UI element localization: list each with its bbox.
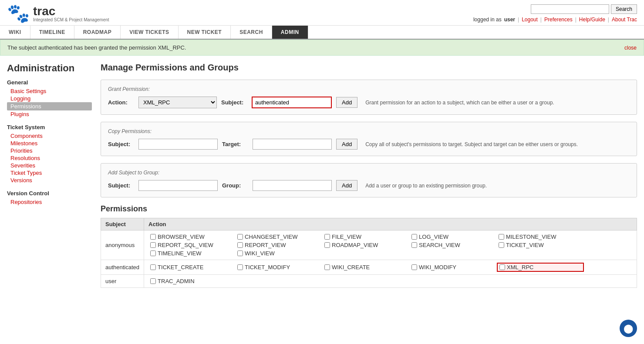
- action-checkbox-ticket_modify[interactable]: [237, 264, 243, 270]
- subject-cell: anonymous: [101, 230, 144, 260]
- action-checkbox-trac_admin[interactable]: [150, 278, 156, 284]
- action-checkbox-log_view[interactable]: [411, 234, 417, 240]
- username: user: [504, 17, 515, 23]
- grant-add-button[interactable]: Add: [336, 97, 357, 108]
- sidebar-item-priorities[interactable]: Priorities: [7, 147, 92, 154]
- nav-item-roadmap[interactable]: ROADMAP: [74, 26, 121, 39]
- action-label: TICKET_VIEW: [506, 242, 544, 248]
- copy-add-button[interactable]: Add: [336, 139, 357, 150]
- action-checkbox-xml_rpc[interactable]: [499, 264, 505, 270]
- action-cell: TRAC_ADMIN: [144, 275, 637, 288]
- sidebar-item-basic-settings[interactable]: Basic Settings: [7, 87, 92, 95]
- group-add-button[interactable]: Add: [336, 180, 357, 191]
- brand-text: trac Integrated SCM & Project Management: [33, 5, 109, 22]
- action-checkbox-wiki_create[interactable]: [324, 264, 330, 270]
- nav-item-search[interactable]: SEARCH: [231, 26, 272, 39]
- action-checkbox-browser_view[interactable]: [150, 234, 156, 240]
- copy-target-label: Target:: [222, 141, 248, 147]
- sidebar: Administration GeneralBasic SettingsLogg…: [7, 63, 92, 288]
- sidebar-group-title: Ticket System: [7, 124, 92, 130]
- subject-cell: authenticated: [101, 260, 144, 275]
- col-subject: Subject: [101, 218, 144, 230]
- action-item: TICKET_VIEW: [497, 241, 584, 249]
- action-item: ROADMAP_VIEW: [323, 241, 410, 249]
- sidebar-title: Administration: [7, 63, 92, 74]
- grant-action-select[interactable]: BROWSER_VIEWCHANGESET_VIEWFILE_VIEWLOG_V…: [138, 97, 217, 108]
- grant-subject-input[interactable]: [252, 97, 332, 108]
- nav-item-timeline[interactable]: TIMELINE: [30, 26, 74, 39]
- search-button[interactable]: Search: [611, 4, 637, 14]
- sidebar-item-logging[interactable]: Logging: [7, 95, 92, 102]
- action-checkbox-wiki_view[interactable]: [237, 250, 243, 256]
- sidebar-item-permissions[interactable]: Permissions: [7, 102, 92, 110]
- search-input[interactable]: [531, 4, 609, 14]
- copy-subject-input[interactable]: [138, 139, 218, 150]
- action-item: TICKET_CREATE: [148, 263, 236, 272]
- action-label: MILESTONE_VIEW: [506, 234, 556, 240]
- grant-hint: Grant permission for an action to a subj…: [365, 100, 554, 106]
- sidebar-item-severities[interactable]: Severities: [7, 162, 92, 169]
- add-subject-section: Add Subject to Group: Subject: Group: Ad…: [101, 163, 637, 197]
- logout-link[interactable]: Logout: [522, 17, 538, 23]
- nav-item-view-tickets[interactable]: VIEW TICKETS: [121, 26, 178, 39]
- action-item: MILESTONE_VIEW: [497, 233, 584, 240]
- sidebar-group: Ticket SystemComponentsMilestonesPriorit…: [7, 124, 92, 184]
- action-label: TRAC_ADMIN: [158, 278, 195, 284]
- action-item: WIKI_CREATE: [323, 263, 410, 272]
- flash-close[interactable]: close: [624, 45, 637, 51]
- action-checkbox-file_view[interactable]: [324, 234, 330, 240]
- sidebar-group-title: General: [7, 79, 92, 86]
- action-item: LOG_VIEW: [410, 233, 497, 240]
- nav-item-new-ticket[interactable]: NEW TICKET: [179, 26, 231, 39]
- action-checkbox-search_view[interactable]: [411, 242, 417, 248]
- nav-item-admin[interactable]: ADMIN: [272, 26, 308, 39]
- help-link[interactable]: Help/Guide: [579, 17, 605, 23]
- group-subject-input[interactable]: [138, 180, 218, 191]
- action-label: BROWSER_VIEW: [158, 234, 205, 240]
- action-label: REPORT_VIEW: [245, 242, 286, 248]
- action-label: XML_RPC: [507, 264, 533, 271]
- sidebar-item-ticket-types[interactable]: Ticket Types: [7, 169, 92, 177]
- action-label: LOG_VIEW: [419, 234, 448, 240]
- sidebar-item-resolutions[interactable]: Resolutions: [7, 154, 92, 162]
- action-item: BROWSER_VIEW: [148, 233, 236, 240]
- action-checkbox-ticket_view[interactable]: [499, 242, 504, 248]
- sidebar-item-milestones[interactable]: Milestones: [7, 140, 92, 147]
- grant-legend: Grant Permission:: [108, 86, 630, 92]
- sidebar-item-components[interactable]: Components: [7, 132, 92, 140]
- group-subject-label: Subject:: [108, 182, 134, 189]
- action-item: FILE_VIEW: [323, 233, 410, 240]
- action-checkbox-roadmap_view[interactable]: [324, 242, 330, 248]
- preferences-link[interactable]: Preferences: [544, 17, 573, 23]
- about-link[interactable]: About Trac: [612, 17, 637, 23]
- action-checkbox-changeset_view[interactable]: [237, 234, 243, 240]
- action-checkbox-wiki_modify[interactable]: [411, 264, 417, 270]
- group-group-label: Group:: [222, 182, 248, 189]
- group-legend: Add Subject to Group:: [108, 170, 630, 176]
- permissions-title: Permissions: [101, 204, 637, 214]
- action-label: WIKI_MODIFY: [419, 264, 456, 271]
- nav-item-wiki[interactable]: WIKI: [0, 26, 30, 39]
- action-item: TIMELINE_VIEW: [148, 250, 236, 257]
- sidebar-item-plugins[interactable]: Plugins: [7, 110, 92, 118]
- action-label: REPORT_SQL_VIEW: [158, 242, 213, 248]
- action-item: WIKI_MODIFY: [410, 263, 497, 272]
- sidebar-item-repositories[interactable]: Repositories: [7, 198, 92, 206]
- action-checkbox-ticket_create[interactable]: [150, 264, 156, 270]
- copy-permissions-section: Copy Permissions: Subject: Target: Add C…: [101, 122, 637, 156]
- action-item: REPORT_VIEW: [236, 241, 323, 249]
- action-checkbox-timeline_view[interactable]: [150, 250, 156, 256]
- action-item: TRAC_ADMIN: [148, 277, 236, 285]
- brand-name: trac: [33, 5, 109, 17]
- permissions-table: Subject Action anonymousBROWSER_VIEWCHAN…: [101, 218, 637, 288]
- flash-message: The subject authenticated has been grant…: [0, 40, 644, 56]
- group-group-input[interactable]: [253, 180, 332, 191]
- action-checkbox-report_sql_view[interactable]: [150, 242, 156, 248]
- copy-hint: Copy all of subject's permissions to tar…: [365, 141, 578, 147]
- copy-target-input[interactable]: [253, 139, 332, 150]
- action-checkbox-milestone_view[interactable]: [499, 234, 504, 240]
- user-nav: logged in as user | Logout | Preferences…: [473, 17, 637, 23]
- sidebar-item-versions[interactable]: Versions: [7, 177, 92, 184]
- navbar: WIKITIMELINEROADMAPVIEW TICKETSNEW TICKE…: [0, 26, 644, 40]
- action-checkbox-report_view[interactable]: [237, 242, 243, 248]
